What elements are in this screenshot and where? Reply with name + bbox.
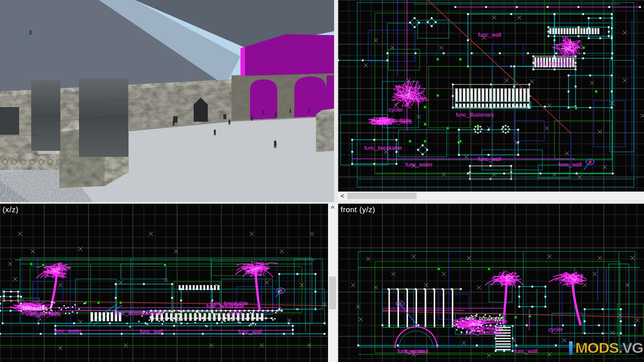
chevron-up-icon: ^ [331,205,335,211]
dark-panel [79,78,128,157]
scroll-left-button[interactable]: < [338,192,347,200]
dark-panel [31,80,60,151]
viewport-3d-camera[interactable] [0,0,334,202]
vertical-scrollbar[interactable]: ^ [328,204,337,362]
watermark-name: MODS [575,339,618,356]
wireframe-canvas-front [338,204,644,362]
chevron-left-icon: < [341,193,345,199]
3d-view-canvas [0,0,334,202]
mods-vg-watermark: MODS .VG [569,339,643,356]
viewport-top-2d[interactable]: func_wallfunc_breakablecyclerfunc_illusi… [338,0,644,192]
wireframe-canvas-side [0,204,328,362]
viewport-side-2d[interactable]: (x/z) breakabletrigger_multipletrigger_o… [0,204,328,362]
watermark-bar-icon [569,341,573,355]
vertical-scrollbar-thumb[interactable] [329,277,336,309]
viewport-title: (x/z) [3,205,19,214]
viewport-front-2d[interactable]: front (y/z) func_breakablefunc_breakable… [338,204,644,362]
scroll-up-button[interactable]: ^ [328,204,337,212]
wireframe-canvas-top [338,0,644,192]
watermark-tld: .VG [618,339,643,356]
viewport-title: front (y/z) [341,205,375,214]
horizontal-scrollbar[interactable]: < [338,192,644,200]
horizontal-scrollbar-thumb[interactable] [347,193,417,199]
